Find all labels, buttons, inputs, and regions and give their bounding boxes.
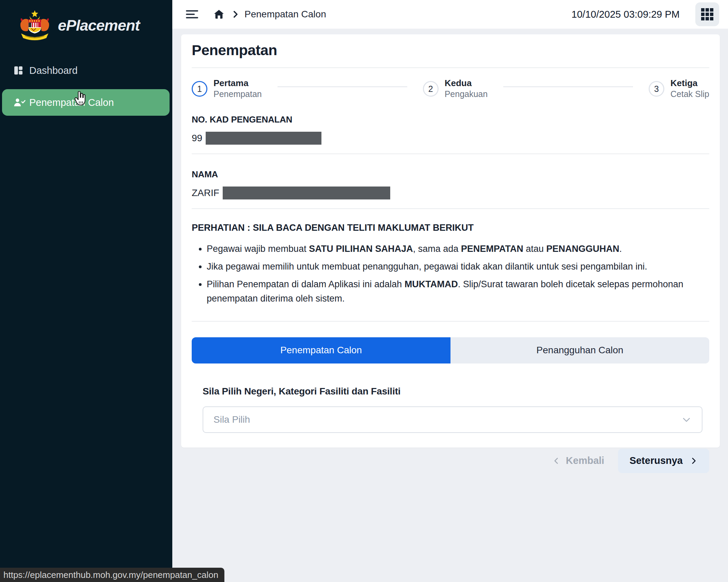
chevron-left-icon <box>552 457 560 465</box>
chevron-right-icon <box>231 10 240 19</box>
step-number: 2 <box>423 81 439 97</box>
next-button[interactable]: Seterusnya <box>618 449 709 473</box>
step-title: Ketiga <box>670 78 709 88</box>
step-number: 1 <box>192 81 207 97</box>
penempatan-card: Penempatan 1PertamaPenempatan2KeduaPenga… <box>181 34 720 448</box>
choice-tabs: Penempatan CalonPenangguhan Calon <box>192 337 709 363</box>
hamburger-icon[interactable] <box>186 8 198 20</box>
tab-penempatan-calon[interactable]: Penempatan Calon <box>192 337 450 363</box>
app-root: ePlacement DashboardPenempatan Calon Pen… <box>0 0 728 582</box>
datetime-display: 10/10/2025 03:09:29 PM <box>571 9 680 20</box>
step-3: 3KetigaCetak Slip <box>649 78 709 99</box>
step-title: Pertama <box>213 78 262 88</box>
chevron-right-icon <box>690 457 698 465</box>
step-1: 1PertamaPenempatan <box>192 78 262 99</box>
field-label: NAMA <box>192 169 709 180</box>
step-subtitle: Cetak Slip <box>670 88 709 100</box>
grid-3x3-icon <box>700 7 714 21</box>
back-button[interactable]: Kembali <box>552 455 604 466</box>
sidebar-item-dashboard[interactable]: Dashboard <box>0 59 172 82</box>
brand-name: ePlacement <box>58 17 140 34</box>
sidebar-item-label: Dashboard <box>29 65 78 76</box>
brand: ePlacement <box>0 0 172 42</box>
dashboard-icon <box>13 65 29 76</box>
divider <box>192 321 709 322</box>
step-subtitle: Penempatan <box>213 88 262 100</box>
sidebar: ePlacement DashboardPenempatan Calon <box>0 0 172 582</box>
divider <box>192 67 709 68</box>
breadcrumb: Penempatan Calon <box>244 9 326 20</box>
step-title: Kedua <box>445 78 488 88</box>
facility-select-section: Sila Pilih Negeri, Kategori Fasiliti dan… <box>192 386 709 433</box>
notice-bullet: Pilihan Penempatan di dalam Aplikasi ini… <box>207 277 709 306</box>
divider <box>192 153 709 154</box>
divider <box>192 208 709 209</box>
field-value: 99 <box>192 133 202 144</box>
chevron-down-icon <box>681 415 692 425</box>
field-label: NO. KAD PENGENALAN <box>192 114 709 125</box>
sidebar-item-penempatan-calon[interactable]: Penempatan Calon <box>2 89 170 116</box>
sidebar-item-label: Penempatan Calon <box>29 97 114 108</box>
field-no-kad-pengenalan: NO. KAD PENGENALAN99 <box>192 114 709 154</box>
tab-penangguhan-calon[interactable]: Penangguhan Calon <box>450 337 709 363</box>
step-number: 3 <box>649 81 664 97</box>
field-value: ZARIF <box>192 188 219 198</box>
field-nama: NAMAZARIF <box>192 169 709 209</box>
topbar: Penempatan Calon 10/10/2025 03:09:29 PM <box>172 0 728 29</box>
notice-bullet: Jika pegawai memilih untuk membuat penan… <box>207 260 709 274</box>
step-subtitle: Pengakuan <box>445 88 488 100</box>
step-connector <box>503 86 633 87</box>
select-placeholder: Sila Pilih <box>213 414 681 425</box>
apps-grid-button[interactable] <box>695 2 719 26</box>
step-connector <box>278 86 407 87</box>
select-label: Sila Pilih Negeri, Kategori Fasiliti dan… <box>203 386 709 397</box>
notice-bullet: Pegawai wajib membuat SATU PILIHAN SAHAJ… <box>207 242 709 256</box>
notice-list: Pegawai wajib membuat SATU PILIHAN SAHAJ… <box>207 242 709 306</box>
step-2: 2KeduaPengakuan <box>423 78 488 99</box>
status-url-tooltip: https://eplacementhub.moh.gov.my/penempa… <box>0 568 224 582</box>
redaction-block <box>206 132 321 145</box>
malaysia-coat-of-arms-logo <box>18 10 52 42</box>
sidebar-nav: DashboardPenempatan Calon <box>0 59 172 116</box>
person-check-icon <box>13 97 29 108</box>
home-icon[interactable] <box>213 9 225 20</box>
main-column: Penempatan Calon 10/10/2025 03:09:29 PM … <box>172 0 728 582</box>
notice-block: PERHATIAN : SILA BACA DENGAN TELITI MAKL… <box>192 223 709 306</box>
page-title: Penempatan <box>192 42 709 59</box>
stepper: 1PertamaPenempatan2KeduaPengakuan3Ketiga… <box>192 78 709 99</box>
facility-select[interactable]: Sila Pilih <box>203 406 702 433</box>
footer-actions: Kembali Seterusnya <box>192 449 709 473</box>
notice-heading: PERHATIAN : SILA BACA DENGAN TELITI MAKL… <box>192 223 709 233</box>
candidate-fields: NO. KAD PENGENALAN99NAMAZARIF <box>192 114 709 209</box>
redaction-block <box>223 187 390 199</box>
content-area: Penempatan 1PertamaPenempatan2KeduaPenga… <box>172 29 728 582</box>
